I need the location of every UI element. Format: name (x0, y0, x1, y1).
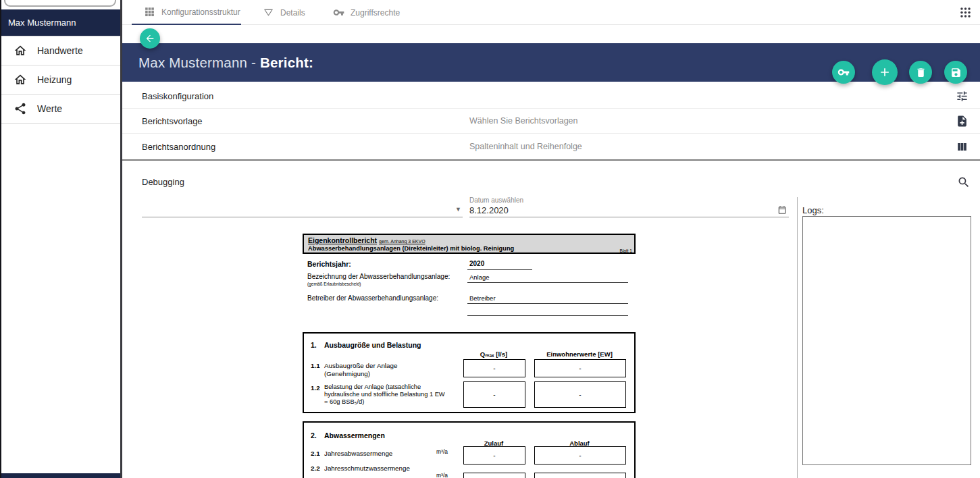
note-add-icon[interactable] (956, 115, 969, 128)
config-row-hint: Wählen Sie Berichtsvorlagen (469, 116, 578, 126)
page-title-suffix: Bericht: (260, 55, 313, 70)
tab-label: Konfigurationsstruktur (161, 7, 240, 17)
row-1-2-number: 1.2 (311, 384, 320, 392)
filter-icon (263, 7, 274, 18)
row-2-1-value-1[interactable]: - (463, 446, 525, 464)
app-window: Max Mustermann Handwerte Heizung Werte (0, 0, 980, 478)
sidebar-item-werte[interactable]: Werte (1, 95, 120, 124)
plant-name-sublabel: (gemäß Erlaubnisbescheid) (307, 282, 361, 286)
sidebar-bottom-bar (1, 473, 120, 478)
report-sheet-number: Blatt 1 (620, 248, 632, 253)
sidebar-search-stub[interactable] (4, 0, 116, 7)
debugging-title: Debugging (142, 177, 184, 187)
row-1-1-value-2[interactable]: - (534, 359, 626, 377)
section1-col1-header: Qₘₐₓ [l/s] (462, 350, 525, 358)
report-subtitle: Abwasserbehandlungsanlagen (Direkteinlei… (308, 245, 514, 252)
tab-konfigurationsstruktur[interactable]: Konfigurationsstruktur (132, 0, 241, 25)
section1-title: Ausbaugröße und Belastung (324, 341, 421, 349)
report-header: Eigenkontrollberichtgem. Anhang 3 EKVO A… (303, 234, 636, 254)
delete-button[interactable] (909, 61, 932, 84)
save-icon (950, 67, 962, 78)
operator-underline-2 (467, 315, 628, 316)
row-1-2-label: Belastung der Anlage (tatsächliche hydra… (324, 383, 447, 406)
back-button[interactable] (140, 28, 160, 49)
section2-number: 2. (311, 431, 317, 440)
form-section-1: 1. Ausbaugröße und Belastung Qₘₐₓ [l/s] … (303, 332, 636, 413)
row-2-2-value-1[interactable] (463, 473, 525, 478)
tab-details[interactable]: Details (263, 0, 305, 25)
config-row-berichtsanordnung[interactable]: Berichtsanordnung Spalteninhalt und Reih… (122, 134, 980, 159)
view-column-icon[interactable] (956, 140, 969, 153)
report-title-suffix: gem. Anhang 3 EKVO (379, 239, 425, 244)
date-field[interactable]: Datum auswählen 8.12.2020 (469, 196, 789, 217)
date-field-value: 8.12.2020 (469, 205, 509, 215)
sidebar-user-name: Max Mustermann (8, 18, 76, 28)
grid-icon (144, 6, 155, 18)
plant-name-value: Anlage (469, 273, 490, 281)
year-value: 2020 (469, 260, 484, 267)
section-divider (122, 159, 980, 161)
config-row-label: Berichtsanordnung (142, 142, 215, 152)
row-2-1-label: Jahresabwassermenge (324, 450, 392, 457)
tab-label: Zugriffsrechte (351, 8, 400, 18)
config-row-hint: Spalteninhalt und Reihenfolge (469, 142, 582, 151)
year-label: Berichtsjahr: (307, 260, 351, 268)
section1-col2-header: Einwohnerwerte [EW] (533, 350, 626, 358)
date-field-label: Datum auswählen (469, 196, 523, 204)
operator-label: Betreiber der Abwasserbehandlungsanlage: (307, 294, 438, 302)
plant-name-underline (467, 282, 628, 283)
row-2-1-unit: m³/a (436, 448, 459, 455)
config-row-berichtsvorlage[interactable]: Berichtsvorlage Wählen Sie Berichtsvorla… (122, 109, 980, 134)
plant-name-label: Bezeichnung der Abwasserbehandlungsanlag… (307, 273, 450, 280)
sidebar-item-handwerte[interactable]: Handwerte (1, 36, 120, 65)
config-row-basiskonfiguration[interactable]: Basiskonfiguration (122, 84, 980, 109)
year-underline (467, 269, 532, 270)
operator-value: Betreiber (469, 294, 496, 302)
section1-number: 1. (311, 341, 317, 349)
sidebar-item-label: Werte (37, 103, 62, 114)
row-1-2-value-1[interactable]: - (463, 381, 525, 408)
row-2-2-value-2[interactable] (534, 473, 626, 478)
report-select[interactable]: ▼ (142, 203, 463, 217)
report-preview: Eigenkontrollberichtgem. Anhang 3 EKVO A… (303, 234, 636, 478)
form-section-2: 2. Abwassermengen Zulauf Ablauf 2.1 Jahr… (303, 421, 636, 478)
sidebar-item-heizung[interactable]: Heizung (1, 65, 120, 95)
report-title: Eigenkontrollberichtgem. Anhang 3 EKVO (308, 236, 425, 244)
row-2-1-value-2[interactable]: - (534, 446, 626, 464)
calendar-icon[interactable] (777, 205, 787, 215)
content-logs-divider (797, 197, 798, 478)
key-icon (837, 66, 850, 78)
row-2-1-number: 2.1 (311, 450, 320, 457)
row-1-1-number: 1.1 (311, 362, 320, 369)
share-icon (14, 102, 27, 115)
row-1-1-value-1[interactable]: - (463, 359, 525, 377)
row-1-2-value-2[interactable]: - (534, 381, 626, 408)
page-title: Max Mustermann - Bericht: (138, 55, 313, 71)
chevron-down-icon: ▼ (455, 206, 461, 213)
search-icon[interactable] (957, 176, 971, 189)
report-title-text: Eigenkontrollbericht (308, 236, 377, 244)
home-icon (14, 73, 27, 86)
apps-grid-icon[interactable] (959, 6, 972, 19)
sidebar-item-label: Heizung (37, 74, 72, 85)
access-rights-button[interactable] (832, 61, 855, 84)
save-button[interactable] (944, 61, 967, 84)
delete-icon (915, 67, 927, 78)
tab-zugriffsrechte[interactable]: Zugriffsrechte (333, 0, 400, 25)
row-2-2-unit: m³/a (436, 472, 459, 478)
logs-panel[interactable] (802, 216, 971, 465)
row-2-2-number: 2.2 (311, 464, 320, 472)
config-row-label: Basiskonfiguration (142, 91, 213, 101)
config-row-label: Berichtsvorlage (142, 116, 203, 126)
row-2-2-label: Jahresschmutzwassermenge (324, 464, 410, 472)
logs-label: Logs: (802, 205, 824, 215)
tab-label: Details (280, 8, 305, 18)
key-icon (333, 7, 344, 18)
plus-icon (878, 65, 892, 79)
row-1-1-label: Ausbaugröße der Anlage (Genehmigung) (324, 362, 439, 377)
arrow-left-icon (145, 33, 155, 44)
sidebar: Max Mustermann Handwerte Heizung Werte (1, 0, 120, 478)
add-button[interactable] (872, 59, 898, 85)
tune-icon[interactable] (956, 90, 969, 103)
sidebar-user-header: Max Mustermann (1, 9, 120, 36)
